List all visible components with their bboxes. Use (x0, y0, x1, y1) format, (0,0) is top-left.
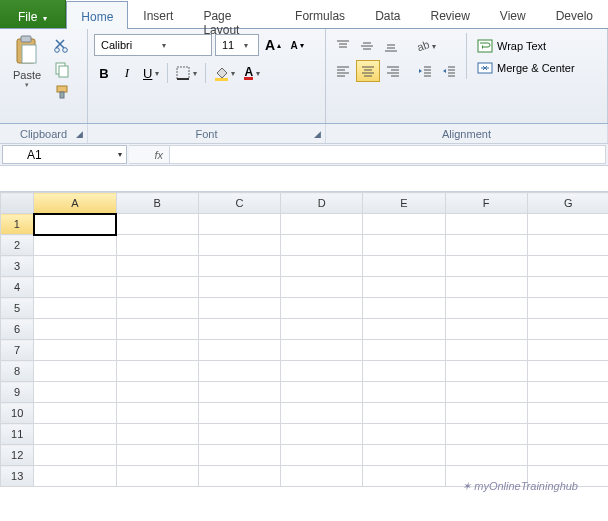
cell[interactable] (34, 403, 116, 424)
cell[interactable] (445, 256, 527, 277)
cell[interactable] (363, 382, 445, 403)
cell[interactable] (527, 361, 608, 382)
align-middle-button[interactable] (356, 35, 378, 57)
cell[interactable] (281, 298, 363, 319)
fx-button[interactable]: fx (129, 145, 169, 164)
tab-developer[interactable]: Develo (541, 0, 608, 28)
cell[interactable] (281, 466, 363, 487)
cell[interactable] (116, 277, 198, 298)
cell[interactable] (363, 445, 445, 466)
format-painter-button[interactable] (52, 82, 72, 102)
cell[interactable] (527, 445, 608, 466)
row-header-11[interactable]: 11 (1, 424, 34, 445)
cell[interactable] (34, 466, 116, 487)
column-header-B[interactable]: B (116, 193, 198, 214)
cell[interactable] (363, 424, 445, 445)
cell[interactable] (34, 298, 116, 319)
cell[interactable] (198, 319, 280, 340)
name-box[interactable]: A1 ▾ (2, 145, 127, 164)
column-header-F[interactable]: F (445, 193, 527, 214)
cell[interactable] (527, 277, 608, 298)
cell[interactable] (445, 382, 527, 403)
cell[interactable] (34, 235, 116, 256)
increase-indent-button[interactable] (438, 60, 460, 82)
cell[interactable] (445, 235, 527, 256)
row-header-3[interactable]: 3 (1, 256, 34, 277)
cell[interactable] (34, 340, 116, 361)
column-header-D[interactable]: D (281, 193, 363, 214)
tab-review[interactable]: Review (415, 0, 484, 28)
cell[interactable] (281, 340, 363, 361)
cell[interactable] (198, 403, 280, 424)
cell[interactable] (281, 424, 363, 445)
cell[interactable] (198, 256, 280, 277)
column-header-G[interactable]: G (527, 193, 608, 214)
cell[interactable] (34, 256, 116, 277)
align-right-button[interactable] (382, 60, 404, 82)
cell[interactable] (116, 214, 198, 235)
italic-button[interactable]: I (117, 62, 137, 84)
cell[interactable] (527, 424, 608, 445)
column-header-A[interactable]: A (34, 193, 116, 214)
cell[interactable] (363, 466, 445, 487)
row-header-12[interactable]: 12 (1, 445, 34, 466)
cell[interactable] (363, 361, 445, 382)
row-header-10[interactable]: 10 (1, 403, 34, 424)
cell[interactable] (116, 298, 198, 319)
increase-font-button[interactable]: A▴ (262, 34, 284, 56)
cell[interactable] (527, 298, 608, 319)
underline-button[interactable]: U (140, 62, 162, 84)
cell[interactable] (527, 256, 608, 277)
cell[interactable] (198, 298, 280, 319)
decrease-font-button[interactable]: A▾ (287, 34, 307, 56)
font-name-select[interactable]: Calibri▾ (94, 34, 212, 56)
row-header-8[interactable]: 8 (1, 361, 34, 382)
tab-insert[interactable]: Insert (128, 0, 188, 28)
row-header-13[interactable]: 13 (1, 466, 34, 487)
cell[interactable] (445, 277, 527, 298)
cell[interactable] (281, 361, 363, 382)
cell[interactable] (116, 340, 198, 361)
row-header-7[interactable]: 7 (1, 340, 34, 361)
cut-button[interactable] (52, 36, 72, 56)
cell[interactable] (34, 277, 116, 298)
cell[interactable] (116, 445, 198, 466)
borders-button[interactable] (173, 62, 200, 84)
row-header-1[interactable]: 1 (1, 214, 34, 235)
column-header-C[interactable]: C (198, 193, 280, 214)
cell[interactable] (198, 466, 280, 487)
cell[interactable] (116, 424, 198, 445)
tab-data[interactable]: Data (360, 0, 415, 28)
cell[interactable] (198, 340, 280, 361)
cell[interactable] (281, 277, 363, 298)
cell[interactable] (445, 319, 527, 340)
cell[interactable] (363, 319, 445, 340)
row-header-5[interactable]: 5 (1, 298, 34, 319)
copy-button[interactable] (52, 59, 72, 79)
wrap-text-button[interactable]: Wrap Text (473, 35, 579, 57)
align-top-button[interactable] (332, 35, 354, 57)
file-tab[interactable]: File ▾ (0, 0, 66, 28)
align-center-button[interactable] (356, 60, 380, 82)
tab-view[interactable]: View (485, 0, 541, 28)
cell[interactable] (527, 235, 608, 256)
cell[interactable] (363, 256, 445, 277)
cell[interactable] (363, 340, 445, 361)
cell[interactable] (34, 424, 116, 445)
cell-A1[interactable] (34, 214, 116, 235)
cell[interactable] (198, 235, 280, 256)
align-bottom-button[interactable] (380, 35, 402, 57)
font-size-select[interactable]: 11▾ (215, 34, 259, 56)
cell[interactable] (281, 319, 363, 340)
formula-input[interactable] (169, 145, 606, 164)
cell[interactable] (198, 445, 280, 466)
cell[interactable] (116, 361, 198, 382)
tab-pagelayout[interactable]: Page Layout (188, 0, 280, 28)
row-header-2[interactable]: 2 (1, 235, 34, 256)
cell[interactable] (445, 298, 527, 319)
cell[interactable] (281, 256, 363, 277)
decrease-indent-button[interactable] (414, 60, 436, 82)
font-color-button[interactable]: A (241, 62, 263, 84)
align-left-button[interactable] (332, 60, 354, 82)
merge-center-button[interactable]: Merge & Center (473, 57, 579, 79)
